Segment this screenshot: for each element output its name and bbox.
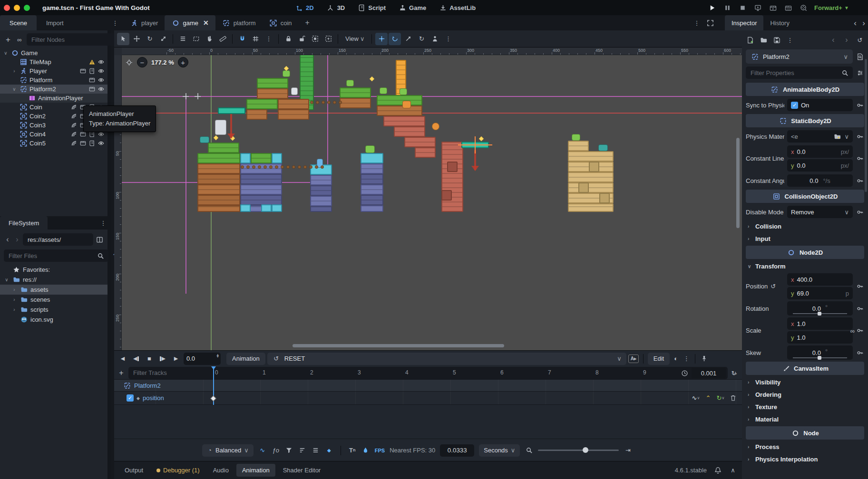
property-value[interactable]: x400.0	[787, 273, 853, 286]
text-mode-icon[interactable]: Tn	[348, 446, 357, 455]
expander-icon[interactable]: ›	[11, 68, 17, 74]
property-value[interactable]: <e∨	[787, 130, 853, 143]
select-tool[interactable]	[117, 33, 129, 45]
unlock-button[interactable]	[295, 33, 308, 45]
property-value[interactable]: x1.0	[787, 317, 853, 330]
inspector-group-visibility[interactable]: ›Visibility	[746, 377, 864, 387]
scene-node-platform2[interactable]: ∨Platform2	[0, 85, 107, 94]
expander-icon[interactable]: ›	[11, 307, 17, 312]
new-resource-icon[interactable]	[746, 36, 754, 44]
notification-bell-icon[interactable]	[713, 466, 722, 475]
pause-button[interactable]	[723, 3, 731, 12]
center-view-icon[interactable]	[125, 58, 133, 67]
load-resource-icon[interactable]	[759, 36, 768, 44]
animation-menu-button[interactable]: Animation	[226, 353, 265, 365]
slider-track[interactable]	[793, 313, 847, 314]
scene-node-platform[interactable]: Platform	[0, 76, 107, 85]
inspector-group-process[interactable]: ›Process	[746, 441, 864, 452]
property-value[interactable]: y69.0p	[787, 287, 853, 299]
insert-key-scale-toggle[interactable]	[402, 33, 414, 45]
group-tracks-icon[interactable]	[312, 446, 320, 455]
track-property-row[interactable]: ✓ ◆ position ∿∨ ⌃ ↻∨	[114, 392, 742, 405]
snap-step-value[interactable]: 0.001	[692, 368, 726, 378]
autoplay-on-load-icon[interactable]: A▸	[628, 354, 639, 363]
scene-tab-coin[interactable]: coin	[263, 15, 299, 30]
property-value[interactable]: y1.0	[787, 331, 853, 344]
dock-tab-scene[interactable]: Scene	[0, 15, 37, 30]
inspector-group-material[interactable]: ›Material	[746, 414, 864, 424]
filter-tracks-icon[interactable]	[285, 446, 293, 455]
fs-filter-input[interactable]	[8, 252, 93, 260]
inspector-filter-input[interactable]	[750, 69, 838, 77]
spin-steppers[interactable]: ▴▾	[216, 354, 219, 358]
property-value[interactable]: x0.0px/	[787, 145, 853, 158]
insert-key-icon[interactable]: ◆	[325, 446, 333, 455]
add-scene-tab-button[interactable]: +	[299, 15, 316, 30]
edited-node-selector[interactable]: Platform2 ∨	[746, 49, 853, 64]
workspace-tab-assetlib[interactable]: AssetLib	[439, 3, 476, 12]
slider-track[interactable]	[793, 357, 847, 358]
track-enabled-checkbox[interactable]: ✓	[127, 394, 134, 402]
bottom-tab-output[interactable]: Output	[119, 464, 149, 477]
stop-animation-button[interactable]: ■	[144, 353, 155, 364]
lock-button[interactable]	[282, 33, 294, 45]
history-forward-icon[interactable]: ›	[842, 36, 851, 44]
eye-icon[interactable]	[98, 67, 105, 75]
viewport-canvas[interactable]: -50050100150200250300350400450500550600 …	[114, 48, 742, 350]
stop-button[interactable]	[738, 3, 747, 12]
fs-item-res[interactable]: ∨res://	[0, 275, 107, 285]
add-node-button[interactable]: +	[4, 35, 12, 44]
scene-node-player[interactable]: ›Player	[0, 67, 107, 76]
scene-node-animationplayer[interactable]: AnimationPlayer	[0, 94, 107, 103]
eye-icon[interactable]	[98, 77, 105, 84]
eye-icon[interactable]	[98, 140, 105, 147]
property-value[interactable]: 0.0°/s	[787, 174, 853, 187]
history-icon[interactable]: ↺	[856, 36, 864, 44]
function-icon[interactable]: ƒo	[272, 446, 280, 455]
fs-item-scenes[interactable]: ›scenes	[0, 295, 107, 305]
track-node-row[interactable]: Platform2	[114, 380, 742, 392]
dock-tab-inspector[interactable]: Inspector	[725, 15, 763, 30]
workspace-tab-2d[interactable]: 2D	[295, 3, 314, 12]
snap-options-menu[interactable]: ⋮	[263, 33, 275, 45]
expander-icon[interactable]: ∨	[4, 277, 10, 282]
eye-icon[interactable]	[98, 86, 105, 93]
property-value[interactable]: 0.0°	[787, 345, 853, 360]
bezier-editor-icon[interactable]: ∿	[258, 446, 267, 455]
insert-key-position-toggle[interactable]	[375, 33, 388, 45]
viewport-hscrollbar[interactable]	[293, 344, 504, 347]
key-insert-icon[interactable]	[856, 282, 864, 291]
property-value[interactable]: Remove∨	[787, 206, 853, 218]
key-insert-icon[interactable]	[856, 176, 864, 185]
inspector-group-collision[interactable]: ›Collision	[746, 221, 864, 231]
key-insert-icon[interactable]	[856, 348, 864, 357]
bottom-tab-debugger-1-[interactable]: Debugger (1)	[151, 464, 205, 477]
property-checkbox[interactable]: ✓	[791, 102, 798, 109]
expander-icon[interactable]: ∨	[3, 50, 9, 56]
play-scene-button[interactable]	[769, 3, 777, 12]
key-insert-icon[interactable]	[856, 101, 864, 109]
scene-tabs-menu-icon[interactable]: ⋮	[692, 19, 701, 27]
update-mode-icon[interactable]: ∿∨	[692, 394, 700, 402]
play-button[interactable]	[708, 3, 716, 12]
warning-icon[interactable]	[88, 58, 96, 66]
close-window-button[interactable]	[4, 5, 10, 11]
revert-icon[interactable]: ↺	[770, 283, 776, 290]
timeline-ruler[interactable]: 0123456789	[209, 366, 680, 380]
quick-load-icon[interactable]	[833, 132, 841, 141]
ungroup-button[interactable]	[322, 33, 334, 45]
key-insert-icon[interactable]	[856, 304, 864, 313]
animation-options-menu-icon[interactable]: ⋮	[682, 354, 691, 363]
viewport-vscrollbar[interactable]	[736, 138, 740, 228]
zoom-out-button[interactable]: −	[137, 57, 147, 67]
loop-animation-icon[interactable]: ↻	[730, 369, 738, 377]
property-tools-icon[interactable]	[856, 68, 864, 77]
key-insert-icon[interactable]	[856, 326, 864, 335]
pan-tool[interactable]	[203, 33, 215, 45]
workspace-tab-3d[interactable]: 3D	[326, 3, 345, 12]
expand-viewport-icon[interactable]	[706, 19, 714, 27]
bottom-tab-shader-editor[interactable]: Shader Editor	[277, 464, 327, 477]
scene-tab-game[interactable]: game✕	[165, 15, 215, 30]
animation-edit-button[interactable]: Edit	[648, 353, 670, 365]
key-insert-icon[interactable]	[856, 132, 864, 141]
